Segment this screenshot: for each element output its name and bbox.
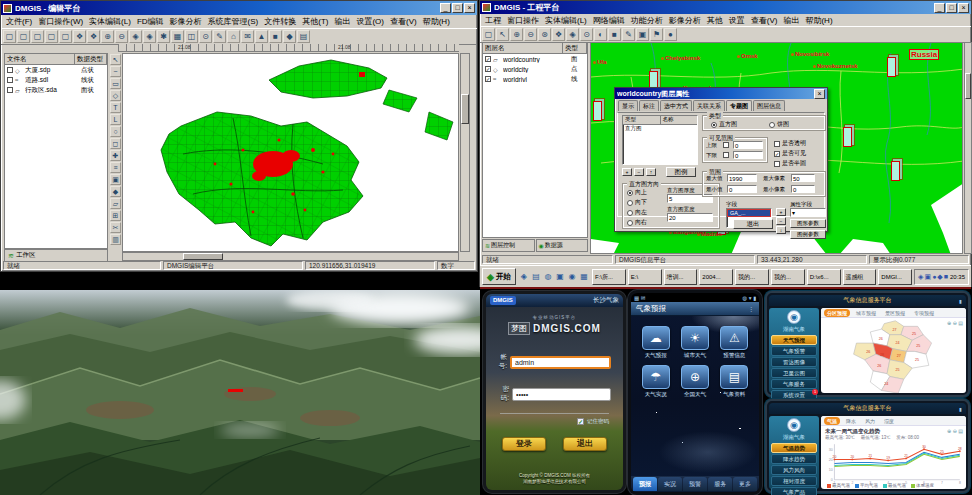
toolbar-icon[interactable]: ❖ [73,30,86,43]
menu-item[interactable]: 影像分析 [167,16,205,27]
maximize-button[interactable]: □ [946,3,957,13]
sidebar-item[interactable]: 降水趋势 [771,454,817,464]
maximize-button[interactable]: □ [452,3,463,13]
edit-tool-icon[interactable]: ✚ [110,150,121,161]
remember-row[interactable]: ✓ 记住密码 [500,418,609,425]
app-tile[interactable]: ⊕全国天气 [676,365,713,398]
edit-tool-icon[interactable]: ◆ [110,186,121,197]
dialog-close-button[interactable]: × [814,89,825,99]
layer-checkbox[interactable]: ✓ [485,56,491,62]
tab-data-source[interactable]: ◉ 数据源 [536,239,589,252]
layer-row[interactable]: ✓ ≈ worldrivl 线 [483,74,587,84]
toolbar-icon[interactable]: ◆ [283,30,296,43]
edit-tool-icon[interactable]: ▱ [110,198,121,209]
toolbar-icon[interactable]: ■ [608,28,621,41]
title-bar[interactable]: DMGIS - 工程平台 _ □ × [480,1,971,14]
app-tile[interactable]: ▤气象资料 [716,365,753,398]
app-tile[interactable]: ☁天气预报 [637,326,674,359]
min-input[interactable]: 0 [727,185,757,193]
toolbar-icon[interactable]: ● [664,28,677,41]
edit-tool-icon[interactable]: L [110,114,121,125]
menu-item[interactable]: 帮助(H) [420,16,453,27]
tray-icon[interactable]: ◆ [937,273,942,281]
password-input[interactable] [512,388,611,401]
tab-layer-info[interactable]: 图层信息 [753,100,785,111]
layer-row[interactable]: ◇ 大厦.sdp 点状 [5,65,107,75]
up-button[interactable]: ↑ [646,168,656,176]
menu-item[interactable]: 帮助(H) [802,15,835,26]
column-layername[interactable]: 图层名 [483,43,563,53]
toolbar-icon[interactable]: ⊕ [510,28,523,41]
layer-checkbox[interactable] [7,67,13,73]
edit-tool-icon[interactable]: ○ [110,126,121,137]
panel-tab[interactable]: 城市预报 [853,309,879,317]
radio-right[interactable]: 向右 [627,218,647,227]
close-button[interactable]: × [464,3,475,13]
tray-icon[interactable]: ● [932,273,936,281]
edit-tool-icon[interactable]: ~ [110,66,121,77]
layer-row[interactable]: ▱ 行政区.sda 面状 [5,85,107,95]
menu-item[interactable]: 文件(F) [3,16,35,27]
toolbar-icon[interactable]: ▢ [31,30,44,43]
title-bar[interactable]: DMGIS - 编辑平台 _ □ × [1,1,477,15]
sidebar-item[interactable]: 气象产品 [771,487,817,495]
radio-up[interactable]: 向上 [627,188,647,197]
tray-icon[interactable]: ▣ [925,273,932,281]
layer-checkbox[interactable]: ✓ [485,76,491,82]
menu-item[interactable]: 设置(O) [353,16,387,27]
tray-icon[interactable]: ◈ [918,273,923,281]
vertical-scrollbar[interactable] [964,42,972,254]
radio-pie[interactable]: 饼图 [769,120,789,129]
remove-button[interactable]: − [634,168,644,176]
add-button[interactable]: + [622,168,632,176]
menu-item[interactable]: 系统库管理(S) [205,16,262,27]
layer-checkbox[interactable] [7,87,13,93]
menu-item[interactable]: FD编辑 [134,16,167,27]
edit-tool-icon[interactable]: ▣ [110,174,121,185]
max-input[interactable]: 1990 [727,174,757,182]
toolbar-icon[interactable]: ▤ [297,30,310,43]
terrain-3d-view[interactable] [0,290,480,495]
edit-tool-icon[interactable]: ↖ [110,54,121,65]
quick-launch-icon[interactable]: ◉ [566,272,578,281]
exit-button[interactable]: 退出 [733,219,773,229]
edit-tool-icon[interactable]: ⊞ [110,210,121,221]
toolbar-icon[interactable]: ◈ [566,28,579,41]
lower-input[interactable]: 0 [733,151,763,159]
panel-tab[interactable]: 景区预报 [882,309,908,317]
thematic-list[interactable]: 类型 名称 直方图 [622,115,698,165]
toolbar-icon[interactable]: ⊖ [524,28,537,41]
menu-item[interactable]: 输出 [331,16,353,27]
toolbar-icon[interactable]: ✉ [241,30,254,43]
toolbar-icon[interactable]: ⌂ [227,30,240,43]
world-map-canvas[interactable]: ChelyabinskUfaOmskNovosibirskNovokuznets… [590,42,963,254]
toolbar-icon[interactable]: ⊙ [199,30,212,43]
overflow-menu-icon[interactable]: ⋮ [748,305,754,312]
edit-tool-icon[interactable]: T [110,102,121,113]
menu-item[interactable]: 查看(V) [748,15,781,26]
bottom-tab[interactable]: 实况 [658,477,682,491]
toolbar-icon[interactable]: ▢ [45,30,58,43]
toolbar-icon[interactable]: ▢ [59,30,72,43]
upper-input[interactable]: 0 [733,141,763,149]
vertical-scrollbar[interactable] [460,53,470,252]
toolbar-icon[interactable]: ◈ [143,30,156,43]
menu-item[interactable]: 影像分析 [666,15,704,26]
field-add-button[interactable]: + [776,208,786,216]
panel-tab[interactable]: 气温 [824,417,840,425]
edit-tool-icon[interactable]: ◻ [110,138,121,149]
app-tile[interactable]: ⚠预警信息 [716,326,753,359]
sidebar-item[interactable]: 相对湿度 [771,476,817,486]
sidebar-item[interactable]: 天气预报 [771,335,817,345]
minimize-button[interactable]: _ [934,3,945,13]
toolbar-icon[interactable]: ▢ [17,30,30,43]
layer-checkbox[interactable] [7,77,13,83]
legend-params-button[interactable]: 图例参数 [790,230,826,239]
sidebar-item[interactable]: 卫星云图 [771,368,817,378]
toolbar-icon[interactable]: ✎ [622,28,635,41]
taskbar-task[interactable]: 我的... [771,269,805,285]
menu-item[interactable]: 查看(V) [387,16,420,27]
toolbar-icon[interactable]: ❖ [552,28,565,41]
shape-params-button[interactable]: 图形参数 [790,219,826,228]
panel-tab[interactable]: 风力 [862,417,878,425]
